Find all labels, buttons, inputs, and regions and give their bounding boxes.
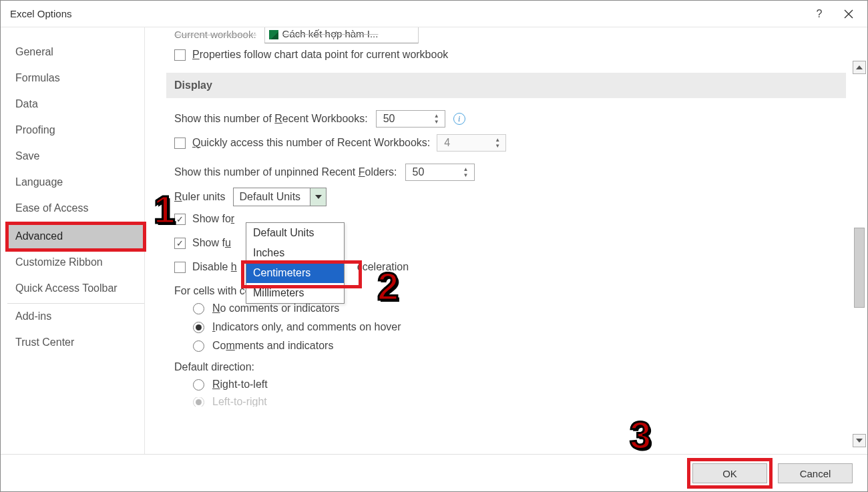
quick-access-label: Quickly access this number of Recent Wor… [192, 137, 430, 149]
recent-workbooks-label: Show this number of Recent Workbooks: [174, 113, 368, 125]
radio-rtl-label: Right-to-left [212, 379, 268, 391]
titlebar: Excel Options ? [1, 1, 867, 27]
disable-hw-checkbox[interactable] [174, 262, 186, 273]
ruler-option-millimeters[interactable]: Millimeters [246, 283, 344, 303]
radio-comments-indicators-label: Comments and indicators [212, 340, 333, 352]
sidebar-item-language[interactable]: Language [7, 170, 144, 196]
cancel-button[interactable]: Cancel [778, 463, 853, 483]
scroll-down-icon[interactable] [853, 434, 866, 447]
info-icon[interactable]: i [453, 113, 465, 125]
scroll-thumb[interactable] [854, 228, 865, 308]
quick-access-spin: 4 ▲▼ [437, 134, 506, 152]
spin-buttons-icon[interactable]: ▲▼ [431, 112, 442, 126]
radio-ltr[interactable] [193, 397, 204, 407]
section-display: Display [166, 73, 846, 98]
properties-label: Properties follow chart data point for c… [192, 49, 448, 61]
radio-indicators-only-label: Indicators only, and comments on hover [212, 321, 401, 333]
content-pane: Current workbook: Cách kết hợp hàm I... … [145, 27, 867, 454]
spin-buttons-icon[interactable]: ▲▼ [461, 166, 471, 179]
sidebar-item-proofing[interactable]: Proofing [7, 117, 144, 144]
show-formula-label: Show for [192, 213, 234, 225]
dialog-footer: OK Cancel [1, 455, 867, 492]
ruler-option-default[interactable]: Default Units [246, 223, 344, 243]
sidebar-item-quick-access-toolbar[interactable]: Quick Access Toolbar [7, 276, 144, 304]
vertical-scrollbar[interactable] [853, 61, 866, 447]
sidebar-item-data[interactable]: Data [7, 91, 144, 117]
radio-no-comments[interactable] [193, 303, 204, 314]
show-function-checkbox[interactable] [174, 238, 186, 249]
recent-folders-spin[interactable]: 50 ▲▼ [405, 164, 475, 181]
radio-ltr-label: Left-to-right [212, 397, 267, 407]
ruler-units-label: Ruler units [174, 191, 225, 203]
window-title: Excel Options [10, 8, 72, 19]
ruler-option-inches[interactable]: Inches [246, 243, 344, 263]
sidebar-item-general[interactable]: General [7, 39, 144, 65]
radio-no-comments-label: No comments or indicators [212, 302, 339, 314]
quick-access-checkbox[interactable] [174, 138, 186, 149]
show-function-label: Show fu [192, 237, 231, 249]
disable-hw-label: Disable h [192, 261, 237, 273]
sidebar-item-customize-ribbon[interactable]: Customize Ribbon [7, 250, 144, 276]
help-icon[interactable]: ? [805, 1, 834, 27]
current-workbook-label: Current workbook: [174, 29, 256, 40]
scroll-up-icon[interactable] [853, 61, 866, 74]
sidebar-item-addins[interactable]: Add-ins [7, 304, 144, 330]
sidebar-item-formulas[interactable]: Formulas [7, 65, 144, 91]
sidebar-item-ease-of-access[interactable]: Ease of Access [7, 196, 144, 224]
spin-buttons-icon: ▲▼ [492, 136, 503, 150]
ruler-units-combo[interactable]: Default Units [233, 188, 327, 206]
radio-rtl[interactable] [193, 379, 204, 391]
properties-checkbox[interactable] [174, 49, 186, 61]
sidebar: General Formulas Data Proofing Save Lang… [1, 27, 145, 454]
radio-comments-indicators[interactable] [193, 340, 204, 352]
close-icon[interactable] [834, 1, 863, 27]
current-workbook-row: Current workbook: Cách kết hợp hàm I... [174, 27, 846, 43]
sidebar-item-save[interactable]: Save [7, 144, 144, 170]
current-workbook-dropdown[interactable]: Cách kết hợp hàm I... [264, 27, 419, 43]
sidebar-item-advanced[interactable]: Advanced [7, 224, 144, 250]
sidebar-item-trust-center[interactable]: Trust Center [7, 330, 144, 356]
ruler-option-centimeters[interactable]: Centimeters [246, 263, 344, 283]
recent-folders-label: Show this number of unpinned Recent Fold… [174, 166, 397, 178]
show-formula-checkbox[interactable] [174, 214, 186, 225]
recent-workbooks-spin[interactable]: 50 ▲▼ [376, 110, 445, 128]
chevron-down-icon[interactable] [310, 188, 326, 206]
ok-button[interactable]: OK [692, 463, 767, 483]
disable-hw-label-tail: cceleration [357, 261, 409, 273]
radio-indicators-only[interactable] [193, 322, 204, 333]
direction-title: Default direction: [174, 361, 846, 373]
ruler-units-dropdown: Default Units Inches Centimeters Millime… [246, 222, 345, 304]
